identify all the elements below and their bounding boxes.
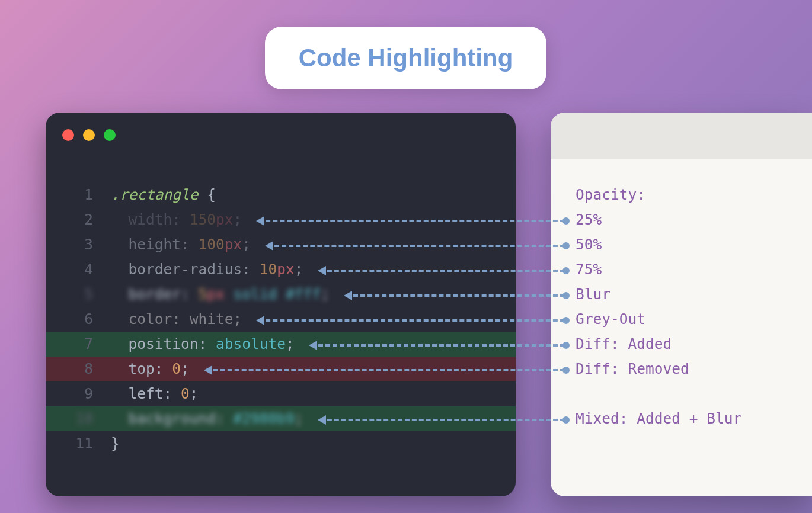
line-number: 6 [46, 307, 93, 332]
close-icon[interactable] [62, 129, 74, 141]
arrow-connector [206, 369, 565, 371]
code-line: 1.rectangle { [46, 182, 516, 207]
note-label: 25% [576, 207, 602, 232]
note-label: Blur [576, 282, 610, 307]
notes-header [551, 113, 812, 159]
line-number: 8 [46, 357, 93, 381]
arrow-connector [267, 245, 565, 247]
line-number: 3 [46, 232, 93, 257]
code-text: width: 150px; [111, 207, 242, 232]
code-text: background: #2980b9; [111, 406, 303, 431]
line-number: 7 [46, 332, 93, 357]
minimize-icon[interactable] [83, 129, 95, 141]
line-number: 1 [46, 182, 93, 207]
note-label: 75% [576, 257, 602, 282]
note-label: Grey-Out [576, 307, 645, 332]
code-line: 9 left: 0; [46, 381, 516, 406]
arrow-connector [258, 319, 565, 322]
page-title: Code Highlighting [299, 44, 513, 72]
code-text: left: 0; [111, 381, 199, 406]
note-label: 50% [576, 232, 602, 257]
arrow-connector [346, 294, 565, 297]
code-text: height: 100px; [111, 232, 251, 257]
code-text: } [111, 431, 120, 456]
window-controls [62, 129, 116, 141]
code-text: border-radius: 10px; [111, 257, 303, 282]
notes-panel: Opacity:25%50%75%BlurGrey-OutDiff: Added… [551, 113, 812, 496]
arrow-connector [258, 220, 565, 222]
notes-heading: Opacity: [576, 182, 645, 207]
arrow-connector [320, 419, 565, 421]
line-number: 5 [46, 282, 93, 307]
code-text: color: white; [111, 307, 242, 332]
line-number: 9 [46, 381, 93, 406]
line-number: 11 [46, 431, 93, 456]
code-text: border: 5px solid #fff; [111, 282, 330, 307]
arrow-connector [320, 270, 565, 272]
note-label: Diff: Removed [576, 357, 689, 381]
maximize-icon[interactable] [104, 129, 116, 141]
title-card: Code Highlighting [265, 27, 546, 89]
arrow-connector [311, 344, 565, 347]
line-number: 4 [46, 257, 93, 282]
editor-window: 1.rectangle {2 width: 150px;3 height: 10… [46, 113, 516, 496]
code-line: 11} [46, 431, 516, 456]
line-number: 2 [46, 207, 93, 232]
note-label: Mixed: Added + Blur [576, 406, 741, 431]
code-text: top: 0; [111, 357, 190, 381]
line-number: 10 [46, 406, 93, 431]
code-text: .rectangle { [111, 182, 216, 207]
code-text: position: absolute; [111, 332, 295, 357]
note-label: Diff: Added [576, 332, 672, 357]
